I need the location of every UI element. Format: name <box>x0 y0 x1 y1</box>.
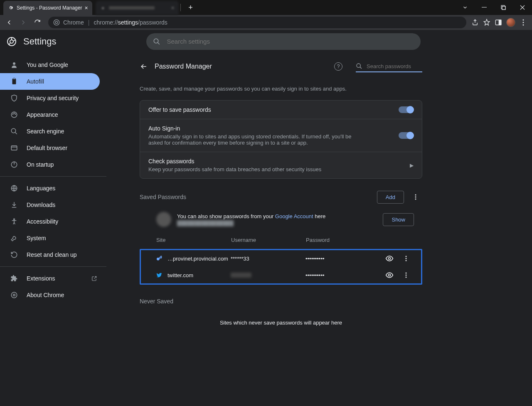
share-icon[interactable] <box>471 19 479 26</box>
check-passwords-row[interactable]: Check passwords Keep your passwords safe… <box>140 152 422 178</box>
sidebar-item-privacy[interactable]: Privacy and security <box>0 90 106 106</box>
row-more-button[interactable] <box>398 255 414 262</box>
google-account-banner: You can also show passwords from your Go… <box>140 208 422 231</box>
chrome-icon <box>53 19 60 26</box>
bookmark-icon[interactable] <box>483 19 490 26</box>
help-icon[interactable]: ? <box>334 62 342 71</box>
sidebar-item-you-and-google[interactable]: You and Google <box>0 57 106 73</box>
sidebar-item-label: Privacy and security <box>27 95 79 101</box>
svg-point-38 <box>389 258 391 260</box>
chrome-icon <box>10 291 18 299</box>
offer-save-toggle[interactable] <box>399 106 414 113</box>
sidebar-item-label: System <box>27 235 46 241</box>
profile-avatar[interactable] <box>506 18 515 27</box>
clipboard-icon <box>10 78 18 85</box>
separator <box>180 4 181 11</box>
auto-signin-toggle[interactable] <box>399 132 414 139</box>
search-settings-input[interactable] <box>146 33 421 50</box>
sidebar-item-system[interactable]: System <box>0 230 106 246</box>
saved-passwords-label: Saved Passwords <box>140 194 377 200</box>
menu-icon[interactable] <box>520 19 527 26</box>
sidebar-item-search-engine[interactable]: Search engine <box>0 123 106 140</box>
browser-tab-active[interactable]: Settings - Password Manager × <box>3 1 92 15</box>
sidebar-item-reset[interactable]: Reset and clean up <box>0 246 106 263</box>
globe-icon: ● <box>100 5 106 11</box>
close-icon[interactable]: × <box>84 5 88 11</box>
search-passwords-field[interactable] <box>366 63 422 70</box>
back-arrow-icon[interactable] <box>140 62 148 71</box>
separator: | <box>88 19 90 26</box>
settings-card: Offer to save passwords Auto Sign-in Aut… <box>140 100 422 179</box>
row-more-button[interactable] <box>398 272 414 278</box>
svg-point-15 <box>13 62 15 65</box>
minimize-button[interactable] <box>475 0 494 15</box>
username-redacted <box>231 273 251 278</box>
svg-point-44 <box>406 275 407 276</box>
settings-header: Settings <box>0 30 532 53</box>
sidebar-item-label: Reset and clean up <box>27 251 77 258</box>
browser-tab-inactive[interactable]: ● × <box>96 1 179 15</box>
password-row[interactable]: …provinet.provincial.com ******33 ••••••… <box>141 250 421 267</box>
url-host: settings <box>118 19 138 26</box>
offer-save-label: Offer to save passwords <box>148 106 399 113</box>
close-button[interactable] <box>513 0 532 15</box>
sidebar-item-startup[interactable]: On startup <box>0 156 106 173</box>
svg-point-39 <box>406 256 407 257</box>
sidebar-item-about[interactable]: About Chrome <box>0 287 106 303</box>
main-content: Password Manager ? Create, save, and man… <box>106 53 532 406</box>
puzzle-icon <box>10 275 18 282</box>
sidebar-item-downloads[interactable]: Downloads <box>0 197 106 213</box>
svg-point-34 <box>415 194 416 196</box>
col-password: Password <box>306 237 381 243</box>
sidebar-item-autofill[interactable]: Autofill <box>0 73 100 90</box>
back-button[interactable] <box>3 17 15 28</box>
sidebar-item-label: Appearance <box>27 111 58 118</box>
svg-point-23 <box>15 114 16 115</box>
forward-button[interactable] <box>17 17 29 28</box>
more-options-button[interactable] <box>409 190 422 204</box>
add-password-button[interactable]: Add <box>377 191 404 204</box>
page-title: Password Manager <box>155 63 212 70</box>
sidebar-item-languages[interactable]: Languages <box>0 180 106 197</box>
search-passwords-input[interactable] <box>356 61 422 72</box>
sidebar-item-appearance[interactable]: Appearance <box>0 106 106 123</box>
close-icon[interactable]: × <box>171 5 174 11</box>
svg-point-9 <box>523 20 524 21</box>
reveal-password-button[interactable] <box>381 254 398 263</box>
svg-point-13 <box>10 40 13 43</box>
google-account-link[interactable]: Google Account <box>275 213 313 219</box>
password-list-highlight: …provinet.provincial.com ******33 ••••••… <box>140 249 422 285</box>
new-tab-button[interactable]: + <box>185 2 197 13</box>
url-scheme-label: Chrome <box>63 19 84 26</box>
svg-point-42 <box>389 274 391 276</box>
sidebar-item-default-browser[interactable]: Default browser <box>0 140 106 156</box>
sidebar-item-label: Search engine <box>27 128 64 135</box>
saved-passwords-header: Saved Passwords Add <box>140 190 422 204</box>
sidebar: You and Google Autofill Privacy and secu… <box>0 53 106 406</box>
show-account-passwords-button[interactable]: Show <box>383 213 414 226</box>
url-path: /passwords <box>138 19 167 26</box>
svg-point-10 <box>523 22 524 23</box>
check-passwords-label: Check passwords <box>148 158 410 165</box>
side-panel-icon[interactable] <box>495 19 502 26</box>
avatar <box>156 212 171 227</box>
sidebar-item-accessibility[interactable]: Accessibility <box>0 213 106 230</box>
site-name: …provinet.provincial.com <box>167 256 228 262</box>
tab-search-button[interactable] <box>456 0 475 15</box>
restore-icon <box>10 251 18 258</box>
page-header: Password Manager ? <box>140 53 422 80</box>
password-row[interactable]: twitter.com •••••••••• <box>141 267 421 283</box>
reveal-password-button[interactable] <box>381 271 398 279</box>
wrench-icon <box>10 234 18 242</box>
svg-point-5 <box>55 21 57 23</box>
reload-button[interactable] <box>32 17 43 28</box>
sidebar-item-extensions[interactable]: Extensions <box>0 270 106 287</box>
titlebar: Settings - Password Manager × ● × + <box>0 0 532 15</box>
password-masked: •••••••••• <box>305 272 381 278</box>
col-username: Username <box>231 237 306 243</box>
svg-point-22 <box>14 113 15 114</box>
svg-point-32 <box>13 294 15 296</box>
search-settings-field[interactable] <box>166 37 414 45</box>
maximize-button[interactable] <box>494 0 513 15</box>
address-bar[interactable]: Chrome | chrome://settings/passwords <box>48 17 466 28</box>
